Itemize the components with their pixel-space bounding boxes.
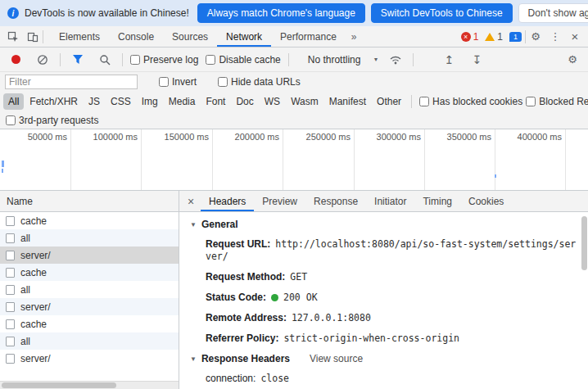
preserve-log-label: Preserve log — [143, 54, 198, 66]
issues-counter[interactable]: 1 — [509, 32, 522, 42]
vertical-scrollbar[interactable] — [581, 212, 588, 389]
filter-funnel-icon[interactable] — [68, 51, 88, 69]
file-icon — [6, 319, 15, 329]
network-settings-gear-icon[interactable]: ⚙ — [563, 51, 582, 69]
response-headers-section-header[interactable]: ▼ Response Headers View source — [179, 349, 588, 369]
switch-devtools-chinese-button[interactable]: Switch DevTools to Chinese — [371, 3, 513, 23]
filter-chip-manifest[interactable]: Manifest — [324, 93, 371, 110]
request-row[interactable]: cache — [0, 264, 179, 281]
request-row[interactable]: cache — [0, 212, 179, 229]
tab-response[interactable]: Response — [305, 191, 366, 211]
search-icon[interactable] — [95, 51, 115, 69]
filter-chip-font[interactable]: Font — [201, 93, 230, 110]
filter-chip-ws[interactable]: WS — [260, 93, 285, 110]
preserve-log-checkbox-input[interactable] — [130, 55, 140, 65]
throttling-dropdown[interactable]: No throttling ▼ — [308, 54, 379, 66]
timeline-label: 100000 ms — [93, 132, 138, 142]
view-source-link[interactable]: View source — [310, 353, 363, 364]
filter-chip-fetch-xhr[interactable]: Fetch/XHR — [25, 93, 83, 110]
header-value: strict-origin-when-cross-origin — [283, 332, 459, 344]
filter-chip-doc[interactable]: Doc — [231, 93, 258, 110]
tab-sources[interactable]: Sources — [163, 26, 217, 47]
request-row[interactable]: cache — [0, 315, 179, 332]
close-details-icon[interactable]: × — [181, 195, 201, 208]
has-blocked-cookies-checkbox-input[interactable] — [419, 97, 429, 106]
request-row-selected[interactable]: server/ — [0, 247, 179, 264]
overview-activity-marker — [495, 174, 496, 178]
overview-activity-marker — [2, 161, 4, 167]
filter-input[interactable] — [5, 75, 138, 89]
file-icon — [6, 251, 15, 260]
name-column-header[interactable]: Name — [0, 191, 179, 212]
third-party-requests-checkbox-input[interactable] — [6, 115, 16, 125]
preserve-log-checkbox[interactable]: Preserve log — [130, 54, 198, 66]
third-party-requests-label: 3rd-party requests — [19, 115, 98, 126]
section-title: General — [201, 219, 238, 230]
throttling-value: No throttling — [308, 54, 361, 66]
close-devtools-icon[interactable]: × — [565, 28, 585, 46]
scrollbar-thumb[interactable] — [581, 216, 587, 270]
kebab-menu-icon[interactable]: ⋮ — [545, 28, 565, 46]
blocked-requests-checkbox-input[interactable] — [526, 97, 536, 106]
horizontal-scrollbar[interactable] — [0, 381, 179, 389]
filter-chip-js[interactable]: JS — [84, 93, 105, 110]
disable-cache-label: Disable cache — [219, 54, 280, 66]
record-network-log-button[interactable] — [6, 51, 25, 69]
tab-cookies[interactable]: Cookies — [460, 191, 512, 211]
devtools-tabbar: Elements Console Sources Network Perform… — [0, 26, 588, 47]
request-row[interactable]: server/ — [0, 298, 179, 315]
blocked-requests-checkbox[interactable]: Blocked Requests — [526, 96, 588, 107]
request-row[interactable]: all — [0, 229, 179, 247]
tab-preview[interactable]: Preview — [254, 191, 305, 211]
request-name: cache — [20, 319, 47, 330]
header-key: connection: — [206, 373, 256, 384]
scrollbar-thumb[interactable] — [2, 382, 116, 388]
hide-data-urls-label: Hide data URLs — [231, 76, 301, 88]
request-row[interactable]: all — [0, 281, 179, 298]
general-section-header[interactable]: ▼ General — [179, 215, 588, 234]
export-har-icon[interactable]: ↧ — [467, 51, 486, 69]
third-party-requests-checkbox[interactable]: 3rd-party requests — [6, 115, 98, 126]
more-tabs-icon[interactable]: » — [346, 26, 363, 47]
filter-chip-media[interactable]: Media — [164, 93, 201, 110]
hide-data-urls-checkbox-input[interactable] — [218, 77, 228, 87]
panel-tabs: Elements Console Sources Network Perform… — [50, 26, 363, 47]
filter-chip-css[interactable]: CSS — [106, 93, 136, 110]
has-blocked-cookies-checkbox[interactable]: Has blocked cookies — [419, 96, 522, 107]
inspect-element-icon[interactable] — [3, 28, 23, 46]
clear-network-log-icon[interactable] — [33, 51, 52, 69]
invert-checkbox-input[interactable] — [159, 77, 169, 87]
disable-cache-checkbox-input[interactable] — [206, 55, 215, 65]
import-har-icon[interactable]: ↥ — [439, 51, 459, 69]
timeline-label: 300000 ms — [377, 132, 421, 142]
tab-headers[interactable]: Headers — [201, 191, 254, 211]
filter-chip-img[interactable]: Img — [137, 93, 163, 110]
header-item-remote-address: Remote Address:127.0.0.1:8080 — [179, 308, 588, 328]
tab-performance[interactable]: Performance — [271, 26, 346, 47]
filter-chip-all[interactable]: All — [3, 93, 24, 110]
request-row[interactable]: server/ — [0, 350, 179, 367]
timeline-label: 350000 ms — [447, 132, 491, 142]
network-overview-timeline[interactable]: 50000 ms 100000 ms 150000 ms 200000 ms 2… — [0, 129, 588, 191]
info-icon: i — [7, 7, 19, 19]
tab-timing[interactable]: Timing — [414, 191, 460, 211]
settings-gear-icon[interactable]: ⚙ — [526, 28, 545, 46]
invert-checkbox[interactable]: Invert — [159, 76, 197, 88]
tab-elements[interactable]: Elements — [50, 26, 109, 47]
tab-initiator[interactable]: Initiator — [366, 191, 414, 211]
hide-data-urls-checkbox[interactable]: Hide data URLs — [218, 76, 301, 88]
error-counter[interactable]: × 1 — [461, 31, 479, 43]
file-icon — [6, 216, 15, 226]
network-conditions-icon[interactable] — [386, 51, 405, 69]
tab-network[interactable]: Network — [217, 26, 271, 47]
always-match-language-button[interactable]: Always match Chrome's language — [197, 3, 365, 23]
dont-show-again-button[interactable]: Don't show again — [518, 3, 588, 23]
filter-chip-other[interactable]: Other — [372, 93, 406, 110]
request-row[interactable]: all — [0, 332, 179, 350]
filter-chip-wasm[interactable]: Wasm — [286, 93, 323, 110]
tab-console[interactable]: Console — [109, 26, 163, 47]
disable-cache-checkbox[interactable]: Disable cache — [206, 54, 280, 66]
request-name: all — [20, 233, 30, 244]
warning-counter[interactable]: 1 — [485, 31, 503, 43]
device-toolbar-icon[interactable] — [23, 28, 43, 46]
